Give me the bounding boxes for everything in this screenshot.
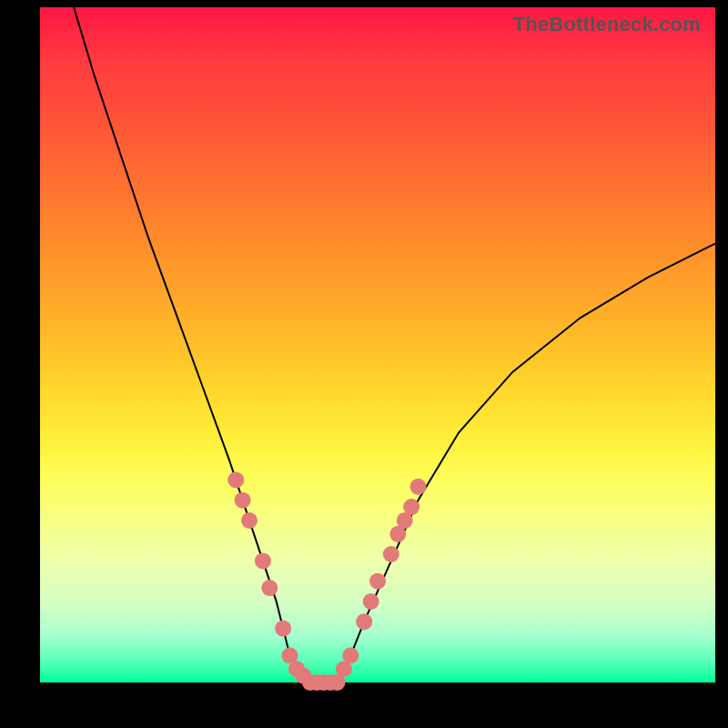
chart-frame: TheBottleneck.com [0,0,728,728]
data-marker [383,546,399,562]
data-marker [255,552,271,569]
data-marker [363,593,379,610]
chart-svg [40,7,715,682]
data-marker [275,621,291,637]
data-marker [410,479,427,495]
bottleneck-curve [74,7,715,682]
data-marker [403,499,420,515]
data-marker [342,647,359,663]
data-marker [261,580,278,596]
data-marker [235,492,251,509]
data-marker [369,573,386,590]
data-marker [241,512,258,529]
data-marker [356,613,372,630]
marker-group [228,471,426,691]
plot-area: TheBottleneck.com [40,7,715,682]
data-marker [228,471,244,488]
